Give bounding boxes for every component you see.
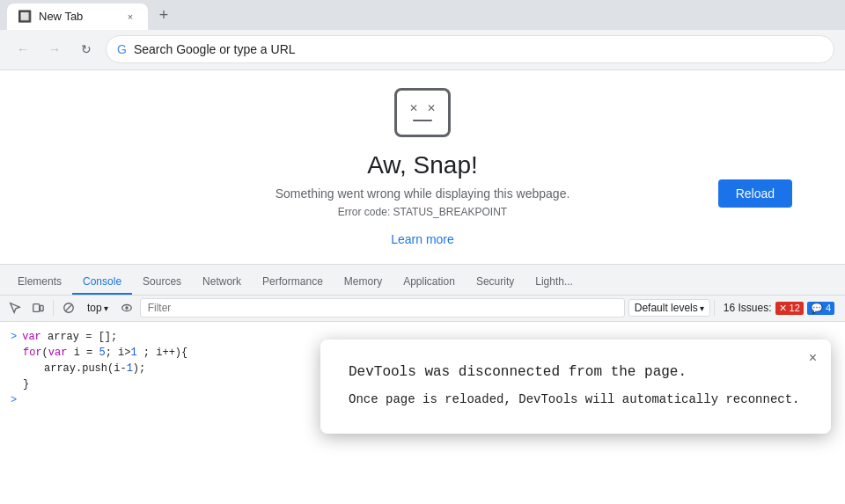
error-icon: ✕ ✕ [394,88,451,137]
devtools-tab-bar: Elements Console Sources Network Perform… [0,265,845,296]
warning-icon: 💬 [811,303,823,313]
toolbar-separator-2 [714,300,715,316]
error-description: Something went wrong while displaying th… [276,186,570,201]
error-icon-x: ✕ [779,303,787,313]
tab-security[interactable]: Security [466,270,525,295]
svg-rect-0 [33,304,40,312]
disconnect-dialog: × DevTools was disconnected from the pag… [320,340,831,434]
tab-console[interactable]: Console [72,270,132,295]
context-selector[interactable]: top ▾ [82,300,114,316]
tab-network[interactable]: Network [192,270,252,295]
code-text-2: for(var i = 5; i>1 ; i++){ [23,345,187,361]
disconnect-title: DevTools was disconnected from the page. [349,364,803,380]
chevron-down-icon: ▾ [104,303,108,313]
issues-label: 16 Issues: [724,302,772,314]
error-code: Error code: STATUS_BREAKPOINT [338,206,507,218]
forward-button[interactable]: → [42,37,67,62]
error-badge: ✕ 12 [775,302,804,315]
code-closing-brace: } [23,376,29,392]
tab-favicon: 🔲 [18,10,32,24]
svg-line-3 [66,305,72,311]
toolbar-separator-1 [53,300,54,316]
browser-tab[interactable]: 🔲 New Tab × [7,4,148,30]
tab-performance[interactable]: Performance [252,270,334,295]
error-title: Aw, Snap! [367,151,478,179]
new-tab-button[interactable]: + [151,4,176,28]
console-filter-input[interactable] [140,298,625,318]
tab-sources[interactable]: Sources [132,270,192,295]
dialog-close-button[interactable]: × [809,350,817,366]
reload-button[interactable]: ↻ [74,37,99,62]
warning-badge: 💬 4 [807,302,834,315]
clear-console-button[interactable] [59,298,78,318]
learn-more-link[interactable]: Learn more [391,232,454,246]
code-text: var array = []; [22,329,117,345]
inspect-element-button[interactable] [5,298,25,318]
live-expressions-button[interactable] [117,298,136,318]
prompt-caret: > [11,329,17,345]
google-icon: G [117,42,127,56]
error-page: ✕ ✕ Aw, Snap! Something went wrong while… [18,88,827,246]
tab-close-button[interactable]: × [123,10,137,24]
issues-counter[interactable]: 16 Issues: ✕ 12 💬 4 [718,300,840,317]
tab-application[interactable]: Application [393,270,466,295]
omnibox-text: Search Google or type a URL [134,42,823,56]
back-button[interactable]: ← [11,37,35,62]
device-toolbar-button[interactable] [28,298,48,318]
chevron-down-icon-levels: ▾ [700,303,704,313]
tab-elements[interactable]: Elements [7,270,72,295]
address-bar: ← → ↻ G Search Google or type a URL [0,30,845,70]
error-eyes: ✕ ✕ [409,102,436,114]
code-text-3: array.push(i-1); [44,361,145,376]
reload-page-button[interactable]: Reload [718,179,792,208]
tab-title: New Tab [39,10,116,23]
browser-frame: 🔲 New Tab × + ← → ↻ G Search Google or t… [0,0,845,504]
context-label: top [87,302,102,314]
tab-lighthouse[interactable]: Lighth... [525,270,584,295]
devtools-toolbar: top ▾ Default levels ▾ 16 Issues: ✕ 12 [0,296,845,322]
page-content: ✕ ✕ Aw, Snap! Something went wrong while… [0,70,845,264]
tab-bar: 🔲 New Tab × + [0,0,845,30]
prompt-caret-2: > [11,392,17,408]
tab-memory[interactable]: Memory [334,270,393,295]
log-levels-selector[interactable]: Default levels ▾ [628,299,710,317]
log-levels-label: Default levels [635,302,698,314]
svg-point-5 [125,306,129,310]
console-content: > var array = []; for(var i = 5; i>1 ; i… [0,322,845,504]
disconnect-body: Once page is reloaded, DevTools will aut… [349,391,803,409]
error-mouth [413,120,432,122]
omnibox[interactable]: G Search Google or type a URL [106,35,834,63]
svg-rect-1 [40,306,44,311]
devtools-panel: Elements Console Sources Network Perform… [0,264,845,504]
